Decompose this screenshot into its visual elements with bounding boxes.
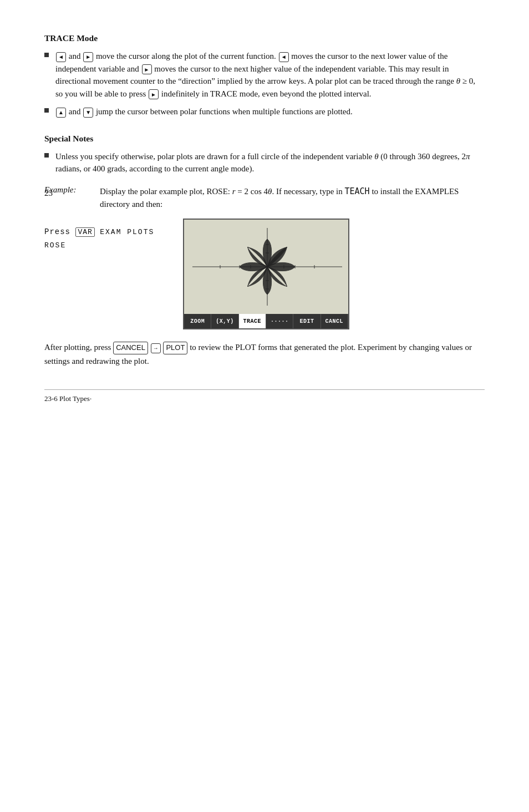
- menu-dots: ·····: [266, 314, 293, 328]
- trace-mode-title: TRACE Mode: [44, 33, 485, 43]
- trace-bullets: ◄ and ► move the cursor along the plot o…: [44, 50, 485, 118]
- calc-screen-inner: ZOOM (X,Y) TRACE ····· EDIT CANCL: [184, 220, 348, 328]
- left-arrow-icon: ◄: [56, 52, 66, 62]
- up-arrow-icon: ▲: [56, 108, 66, 118]
- press-secondary: ROSE: [44, 241, 166, 250]
- special-notes-section: Special Notes Unless you specify otherwi…: [44, 134, 485, 368]
- right-arrow-icon-after: →: [151, 343, 161, 353]
- example-text: Display the polar example plot, ROSE: r …: [100, 185, 485, 211]
- footer: 23-6 Plot Types·: [44, 389, 485, 403]
- special-note-1-content: Unless you specify otherwise, polar plot…: [55, 150, 485, 175]
- page: 23 TRACE Mode ◄ and ► move the cursor al…: [0, 0, 529, 420]
- footer-text: 23-6 Plot Types·: [44, 394, 91, 403]
- menu-xy: (X,Y): [211, 314, 238, 328]
- menu-cancl: CANCL: [321, 314, 348, 328]
- cancel-key: CANCEL: [113, 342, 148, 354]
- trace-mode-section: TRACE Mode ◄ and ► move the cursor along…: [44, 33, 485, 118]
- page-number: 23: [44, 189, 53, 198]
- right-arrow-icon: ►: [83, 52, 93, 62]
- left-arrow-icon-2: ◄: [279, 52, 289, 62]
- menu-edit: EDIT: [293, 314, 321, 328]
- screen-col: ZOOM (X,Y) TRACE ····· EDIT CANCL: [183, 219, 485, 329]
- calc-menu-bar: ZOOM (X,Y) TRACE ····· EDIT CANCL: [184, 314, 348, 328]
- bullet-icon-2: [44, 108, 49, 113]
- right-arrow-icon-3: ►: [149, 89, 159, 99]
- plot-key: PLOT: [163, 342, 187, 354]
- rose-plot-svg: [187, 222, 348, 311]
- right-arrow-icon-2: ►: [142, 64, 152, 74]
- special-notes-bullets: Unless you specify otherwise, polar plot…: [44, 150, 485, 175]
- down-arrow-icon: ▼: [83, 108, 93, 118]
- menu-trace: TRACE: [239, 314, 266, 328]
- trace-bullet-1: ◄ and ► move the cursor along the plot o…: [44, 50, 485, 100]
- trace-bullet-2-content: ▲ and ▼ jump the cursor between polar fu…: [55, 105, 485, 118]
- calc-screen: ZOOM (X,Y) TRACE ····· EDIT CANCL: [183, 219, 349, 329]
- bullet-icon-3: [44, 153, 49, 158]
- var-key: VAR: [75, 227, 94, 237]
- after-plot-text: After plotting, press CANCEL → PLOT to r…: [44, 341, 485, 368]
- trace-bullet-2: ▲ and ▼ jump the cursor between polar fu…: [44, 105, 485, 118]
- example-row: Example: Display the polar example plot,…: [44, 185, 485, 211]
- menu-zoom: ZOOM: [184, 314, 211, 328]
- example-label: Example:: [44, 185, 100, 195]
- press-and-screen: Press VAR EXAM PLOTS ROSE: [44, 219, 485, 329]
- trace-bullet-1-content: ◄ and ► move the cursor along the plot o…: [55, 50, 485, 100]
- press-line: Press VAR EXAM PLOTS: [44, 227, 166, 237]
- bullet-icon: [44, 53, 49, 57]
- press-col: Press VAR EXAM PLOTS ROSE: [44, 219, 166, 257]
- special-note-1: Unless you specify otherwise, polar plot…: [44, 150, 485, 175]
- special-notes-title: Special Notes: [44, 134, 485, 144]
